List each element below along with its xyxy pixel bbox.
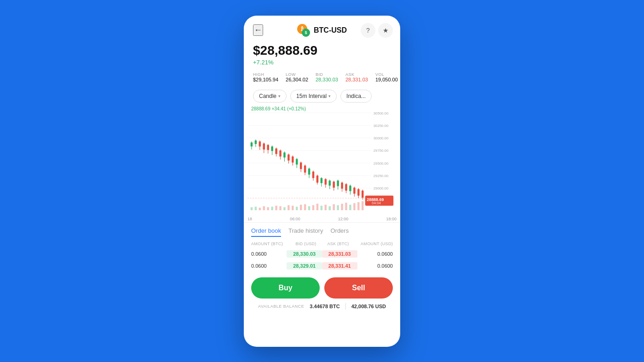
svg-rect-73 [255, 207, 257, 210]
svg-rect-41 [300, 162, 302, 169]
btc-icon: ₿ $ [297, 24, 310, 37]
tab-order-book[interactable]: Order book [251, 227, 281, 237]
x-label-18: 18 [247, 217, 252, 221]
action-buttons: Buy Sell [244, 272, 400, 301]
svg-text:29750.00: 29750.00 [374, 149, 389, 153]
order-row: 0.0600 28,330.03 28,331.03 0.0600 [251, 248, 393, 260]
price-section: $28,888.69 +7.21% [244, 41, 400, 69]
svg-text:29250.00: 29250.00 [374, 174, 389, 178]
tab-orders[interactable]: Orders [330, 227, 349, 237]
svg-text:29000.00: 29000.00 [374, 186, 389, 190]
order-row: 0.0600 28,329.01 28,331.41 0.0600 [251, 260, 393, 272]
stat-vol: VOL 19,050.00 [375, 72, 398, 82]
header-amount-usd: AMOUNT (USD) [354, 241, 393, 246]
sell-button[interactable]: Sell [324, 277, 393, 299]
favorite-button[interactable]: ★ [378, 23, 393, 38]
stat-low: LOW 26,304.02 [286, 72, 308, 82]
svg-rect-59 [337, 180, 339, 186]
chart-area: 28888.69 +34.41 (+0.12%) 30500.00 30250.… [247, 105, 397, 216]
svg-rect-25 [267, 145, 269, 150]
svg-rect-19 [255, 140, 257, 144]
candle-dropdown[interactable]: Candle ▾ [253, 90, 287, 103]
x-label-0600: 06:00 [290, 217, 300, 221]
svg-rect-51 [321, 178, 322, 183]
svg-rect-39 [296, 159, 298, 164]
svg-rect-86 [308, 206, 310, 210]
phone-container: ← ₿ $ BTC-USD ? ★ $28,888.69 +7.21% HIGH… [244, 16, 400, 347]
price-change: +7.21% [253, 59, 391, 66]
svg-rect-29 [275, 148, 277, 154]
balance-row: AVAILABLE BALANCE 3.44678 BTC 42,008.76 … [244, 301, 400, 316]
tabs-row: Order book Trade history Orders [251, 227, 393, 237]
x-label-1800: 18:00 [386, 217, 397, 221]
help-button[interactable]: ? [361, 23, 375, 38]
svg-rect-85 [304, 204, 306, 210]
stat-high: HIGH $29,105.94 [253, 72, 278, 82]
indicators-dropdown[interactable]: Indica... [340, 90, 372, 103]
svg-rect-43 [304, 165, 306, 172]
svg-rect-55 [329, 180, 331, 185]
svg-rect-88 [316, 203, 318, 210]
svg-rect-74 [259, 207, 261, 210]
svg-rect-96 [349, 205, 351, 210]
header-amount-btc: AMOUNT (BTC) [251, 241, 290, 246]
pair-info: ₿ $ BTC-USD [297, 24, 347, 37]
svg-rect-82 [292, 206, 293, 210]
interval-dropdown[interactable]: 15m Interval ▾ [290, 90, 337, 103]
svg-rect-83 [296, 207, 298, 210]
svg-rect-98 [357, 202, 359, 210]
svg-rect-80 [283, 207, 285, 210]
vol-value: 19,050.00 [375, 77, 398, 82]
svg-rect-23 [263, 143, 265, 149]
svg-rect-78 [275, 206, 277, 210]
svg-rect-72 [251, 207, 253, 210]
row1-amount-usd: 0.0600 [357, 251, 393, 257]
svg-rect-21 [259, 141, 261, 146]
bid-value: 28,330.03 [316, 77, 338, 82]
svg-rect-89 [321, 206, 322, 210]
svg-rect-63 [345, 184, 347, 190]
svg-rect-76 [267, 207, 269, 210]
indicators-label: Indica... [346, 93, 366, 99]
low-value: 26,304.02 [286, 77, 308, 82]
high-label: HIGH [253, 72, 278, 77]
stats-row: HIGH $29,105.94 LOW 26,304.02 BID 28,330… [244, 69, 400, 87]
svg-rect-90 [325, 205, 327, 210]
balance-label: AVAILABLE BALANCE [258, 304, 304, 309]
tab-trade-history[interactable]: Trade history [288, 227, 323, 237]
svg-rect-99 [362, 201, 363, 210]
candle-chevron-icon: ▾ [278, 94, 281, 98]
row1-ask: 28,331.03 [322, 250, 357, 258]
balance-usd: 42,008.76 USD [351, 304, 386, 309]
ask-label: ASK [345, 72, 368, 77]
chart-controls: Candle ▾ 15m Interval ▾ Indica... [244, 87, 400, 105]
order-book: AMOUNT (BTC) BID (USD) ASK (BTC) AMOUNT … [244, 240, 400, 272]
chart-x-labels: 18 06:00 12:00 18:00 [244, 216, 400, 222]
low-label: LOW [286, 72, 308, 77]
svg-rect-61 [341, 183, 343, 189]
order-book-header: AMOUNT (BTC) BID (USD) ASK (BTC) AMOUNT … [251, 240, 393, 248]
svg-rect-37 [292, 156, 293, 162]
svg-rect-79 [279, 206, 281, 210]
svg-rect-65 [349, 185, 351, 191]
row2-ask: 28,331.41 [322, 262, 357, 270]
candle-label: Candle [259, 93, 276, 99]
svg-rect-45 [308, 168, 310, 174]
row2-amount-usd: 0.0600 [357, 263, 393, 269]
buy-button[interactable]: Buy [251, 277, 320, 299]
row1-amount-btc: 0.0600 [251, 251, 287, 257]
stat-ask: ASK 28,331.03 [345, 72, 368, 82]
balance-btc: 3.44678 BTC [310, 304, 339, 309]
price-main: $28,888.69 [253, 43, 391, 58]
svg-rect-57 [333, 181, 334, 187]
back-button[interactable]: ← [253, 24, 263, 36]
svg-rect-53 [325, 179, 327, 184]
header-ask: ASK (BTC) [322, 241, 354, 246]
stat-bid: BID 28,330.03 [316, 72, 338, 82]
row2-bid: 28,329.01 [287, 262, 322, 270]
svg-rect-77 [271, 207, 273, 210]
svg-rect-33 [283, 152, 285, 157]
svg-rect-71 [362, 190, 363, 197]
x-label-1200: 12:00 [338, 217, 349, 221]
header: ← ₿ $ BTC-USD ? ★ [244, 16, 400, 41]
